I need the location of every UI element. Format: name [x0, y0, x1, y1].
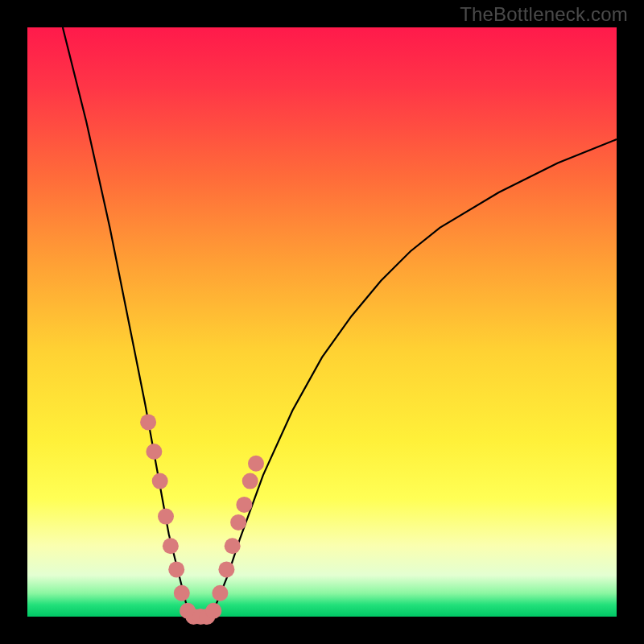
chart-stage: TheBottleneck.com [0, 0, 644, 644]
highlight-dot [174, 585, 190, 601]
highlight-dot [205, 603, 221, 619]
highlight-dot [146, 444, 162, 460]
highlight-dot [168, 561, 184, 577]
highlight-dot [225, 538, 241, 554]
plot-background [27, 27, 617, 617]
highlight-dot [212, 585, 228, 601]
highlight-dot [218, 561, 234, 577]
chart-svg [0, 0, 644, 644]
highlight-dot [230, 514, 246, 530]
highlight-dot [242, 473, 258, 489]
highlight-dot [140, 414, 156, 430]
highlight-dot [248, 456, 264, 472]
highlight-dot [236, 497, 252, 513]
watermark-text: TheBottleneck.com [460, 3, 628, 26]
highlight-dot [158, 509, 174, 525]
highlight-dot [152, 473, 168, 489]
highlight-dot [163, 538, 179, 554]
